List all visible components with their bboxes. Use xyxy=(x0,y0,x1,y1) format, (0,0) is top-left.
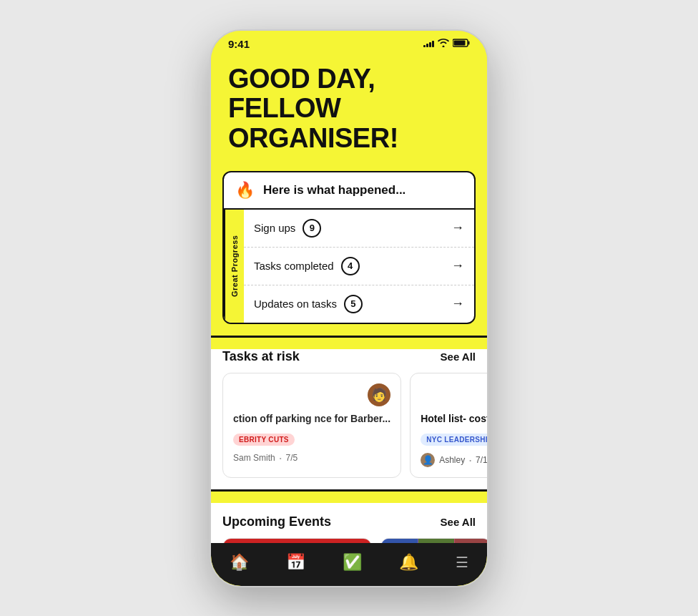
nav-menu[interactable]: ☰ xyxy=(447,551,477,574)
svg-rect-2 xyxy=(454,40,466,45)
nav-notifications[interactable]: 🔔 xyxy=(390,550,427,575)
phone-screen: 9:41 xyxy=(211,31,487,586)
tasks-divider xyxy=(211,336,487,338)
bell-icon: 🔔 xyxy=(399,553,418,572)
signups-row[interactable]: Sign ups 9 → xyxy=(244,210,474,248)
events-see-all-button[interactable]: See All xyxy=(441,516,476,528)
phone-frame: 9:41 xyxy=(210,29,488,587)
battery-icon xyxy=(453,39,470,49)
side-label: Great Progress xyxy=(230,235,239,297)
task-assignee-2: Ashley xyxy=(439,455,465,465)
nav-calendar[interactable]: 📅 xyxy=(277,550,314,575)
menu-icon: ☰ xyxy=(456,554,468,571)
tasks-completed-count: 4 xyxy=(341,257,360,275)
task-card-1[interactable]: 🧑 ction off parking nce for Barber... EB… xyxy=(222,373,401,478)
task-avatar-1: 🧑 xyxy=(368,383,390,406)
nav-tasks[interactable]: ✅ xyxy=(334,550,370,575)
tasks-completed-arrow-icon: → xyxy=(451,258,464,273)
task-title-1: ction off parking nce for Barber... xyxy=(233,412,390,425)
header-area: GOOD DAY, FELLOW ORGANISER! xyxy=(211,53,487,171)
events-section-title: Upcoming Events xyxy=(222,514,331,529)
greeting-text: GOOD DAY, FELLOW ORGANISER! xyxy=(228,64,470,154)
nav-home[interactable]: 🏠 xyxy=(221,550,257,575)
tasks-completed-label: Tasks completed xyxy=(254,260,334,272)
happened-header: 🔥 Here is what happened... xyxy=(224,172,474,210)
event-image-2: TEACHERS PASTORS NURSES PARENTS YOU VOLU… xyxy=(381,539,487,542)
task-assignee-1: Sam Smith xyxy=(233,453,275,463)
task-meta-1: Sam Smith • 7/5 xyxy=(233,453,390,463)
events-divider xyxy=(211,489,487,492)
happened-title: Here is what happened... xyxy=(263,183,405,197)
happened-card: 🔥 Here is what happened... Great Progres… xyxy=(222,171,476,324)
tasks-completed-row[interactable]: Tasks completed 4 → xyxy=(244,248,474,285)
tasks-header: Tasks at risk See All xyxy=(211,349,487,373)
tasks-icon: ✅ xyxy=(343,553,362,572)
signups-arrow-icon: → xyxy=(451,220,464,235)
tasks-see-all-button[interactable]: See All xyxy=(441,351,476,363)
task-meta-2: 👤 Ashley • 7/12 xyxy=(421,453,487,467)
side-label-container: Great Progress xyxy=(224,210,244,323)
status-time: 9:41 xyxy=(228,38,250,50)
updates-count: 5 xyxy=(344,295,363,313)
task-card-2[interactable]: 👤 Hotel list- cost per night, which hote… xyxy=(410,373,487,478)
wifi-icon xyxy=(438,39,449,49)
signups-count: 9 xyxy=(303,219,321,238)
tasks-scroll[interactable]: 🧑 ction off parking nce for Barber... EB… xyxy=(211,373,487,489)
task-date-1: 7/5 xyxy=(286,453,298,463)
task-tag-1: EBRITY CUTS xyxy=(233,434,295,446)
greeting-line2: FELLOW ORGANISER! xyxy=(228,94,470,154)
happened-rows: Sign ups 9 → Tasks completed 4 → xyxy=(244,210,474,323)
events-scroll[interactable]: ❤️ Organisation Daily Stand up TEACHERS … xyxy=(211,538,487,542)
task-meta-avatar-2: 👤 xyxy=(421,453,435,467)
updates-row[interactable]: Updates on tasks 5 → xyxy=(244,285,474,323)
happened-body: Great Progress Sign ups 9 → xyxy=(224,210,474,323)
events-header: Upcoming Events See All xyxy=(211,514,487,538)
greeting-line1: GOOD DAY, xyxy=(228,64,470,94)
updates-label: Updates on tasks xyxy=(254,298,337,310)
events-section: Upcoming Events See All ❤️ Organisation … xyxy=(211,503,487,542)
signups-label: Sign ups xyxy=(254,222,295,234)
task-title-2: Hotel list- cost per night, which hotel xyxy=(421,412,487,425)
tasks-section: Tasks at risk See All 🧑 ction off parkin… xyxy=(211,349,487,489)
tasks-section-title: Tasks at risk xyxy=(222,349,300,364)
status-icons xyxy=(423,39,470,49)
bottom-nav: 🏠 📅 ✅ 🔔 ☰ xyxy=(211,543,487,586)
task-date-2: 7/12 xyxy=(476,455,487,465)
updates-arrow-icon: → xyxy=(451,296,464,311)
task-tag-2: NYC LEADERSHIP SUMMIT xyxy=(421,434,487,446)
signal-icon xyxy=(423,41,434,47)
fire-icon: 🔥 xyxy=(235,181,255,200)
scroll-content[interactable]: 🔥 Here is what happened... Great Progres… xyxy=(211,171,487,543)
home-icon: 🏠 xyxy=(230,553,249,572)
event-card-1[interactable]: ❤️ Organisation Daily Stand up xyxy=(222,538,372,542)
calendar-icon: 📅 xyxy=(286,553,305,572)
svg-rect-1 xyxy=(468,41,470,44)
event-card-2[interactable]: TEACHERS PASTORS NURSES PARENTS YOU VOLU… xyxy=(380,538,487,542)
status-bar: 9:41 xyxy=(211,31,487,53)
